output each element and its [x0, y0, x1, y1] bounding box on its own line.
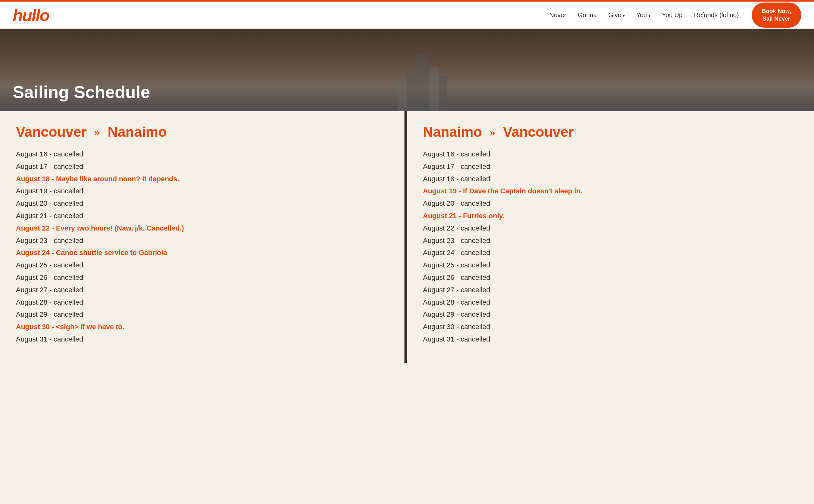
- list-item: August 22 - cancelled: [423, 224, 798, 233]
- list-item: August 19 - cancelled: [16, 186, 389, 196]
- list-item: August 20 - cancelled: [423, 199, 798, 209]
- list-item: August 26 - cancelled: [423, 273, 798, 283]
- vancouver-to-nanaimo-panel: Vancouver » Nanaimo August 16 - cancelle…: [0, 111, 407, 363]
- panel-header-nan-van: Nanaimo » Vancouver: [423, 124, 798, 140]
- nav-links: Never Gonna Give You You Up Refunds (lol…: [549, 11, 739, 19]
- nav-item-gonna[interactable]: Gonna: [578, 11, 597, 19]
- list-item: August 26 - cancelled: [16, 273, 389, 283]
- list-item: August 31 - cancelled: [16, 335, 389, 344]
- list-item: August 30 - cancelled: [423, 322, 798, 332]
- from-city-van: Vancouver: [16, 124, 87, 140]
- nav-item-you[interactable]: You: [636, 11, 651, 19]
- list-item: August 30 - <sigh> If we have to.: [16, 322, 389, 332]
- list-item: August 16 - cancelled: [16, 149, 389, 159]
- panel-header-van-nan: Vancouver » Nanaimo: [16, 124, 389, 140]
- list-item: August 27 - cancelled: [16, 285, 389, 295]
- list-item: August 22 - Every two hours! (Naw, j/k. …: [16, 224, 389, 233]
- list-item: August 20 - cancelled: [16, 199, 389, 209]
- nav-item-give[interactable]: Give: [608, 11, 625, 19]
- van-nan-schedule-list: August 16 - cancelledAugust 17 - cancell…: [16, 149, 389, 344]
- list-item: August 24 - Canoe shuttle service to Gab…: [16, 248, 389, 258]
- nanaimo-to-vancouver-panel: Nanaimo » Vancouver August 16 - cancelle…: [407, 111, 814, 363]
- list-item: August 21 - cancelled: [16, 211, 389, 221]
- list-item: August 21 - Furries only.: [423, 211, 798, 221]
- nav-item-you-up[interactable]: You Up: [662, 11, 683, 19]
- list-item: August 25 - cancelled: [423, 260, 798, 270]
- logo[interactable]: hullo: [13, 6, 49, 25]
- list-item: August 23 - cancelled: [423, 236, 798, 246]
- list-item: August 29 - cancelled: [16, 310, 389, 320]
- list-item: August 24 - cancelled: [423, 248, 798, 258]
- direction-arrow-nan: »: [490, 125, 495, 139]
- city-silhouette: [378, 48, 474, 111]
- svg-rect-3: [397, 79, 407, 111]
- direction-arrow-van: »: [94, 125, 100, 139]
- list-item: August 28 - cancelled: [16, 298, 389, 307]
- list-item: August 27 - cancelled: [423, 285, 798, 295]
- schedule-container: Vancouver » Nanaimo August 16 - cancelle…: [0, 111, 814, 363]
- list-item: August 18 - Maybe like around noon? It d…: [16, 174, 389, 184]
- svg-rect-0: [417, 54, 429, 111]
- navigation: hullo Never Gonna Give You You Up Refund…: [0, 0, 814, 29]
- list-item: August 31 - cancelled: [423, 335, 798, 344]
- list-item: August 29 - cancelled: [423, 310, 798, 320]
- to-city-nan: Nanaimo: [108, 124, 167, 140]
- from-city-nan: Nanaimo: [423, 124, 482, 140]
- nav-item-refunds[interactable]: Refunds (lol no): [694, 11, 739, 19]
- to-city-van: Vancouver: [503, 124, 574, 140]
- list-item: August 25 - cancelled: [16, 260, 389, 270]
- hero-section: Sailing Schedule: [0, 29, 814, 111]
- list-item: August 23 - cancelled: [16, 236, 389, 246]
- svg-rect-2: [407, 73, 417, 111]
- list-item: August 18 - cancelled: [423, 174, 798, 184]
- list-item: August 17 - cancelled: [423, 162, 798, 172]
- list-item: August 16 - cancelled: [423, 149, 798, 159]
- list-item: August 28 - cancelled: [423, 298, 798, 307]
- list-item: August 17 - cancelled: [16, 162, 389, 172]
- svg-rect-1: [429, 67, 439, 111]
- list-item: August 19 - If Dave the Captain doesn't …: [423, 186, 798, 196]
- nav-item-never[interactable]: Never: [549, 11, 566, 19]
- nan-van-schedule-list: August 16 - cancelledAugust 17 - cancell…: [423, 149, 798, 344]
- book-now-button[interactable]: Book Now,Sail Never: [752, 3, 801, 28]
- svg-rect-4: [439, 76, 447, 111]
- page-title: Sailing Schedule: [0, 82, 150, 111]
